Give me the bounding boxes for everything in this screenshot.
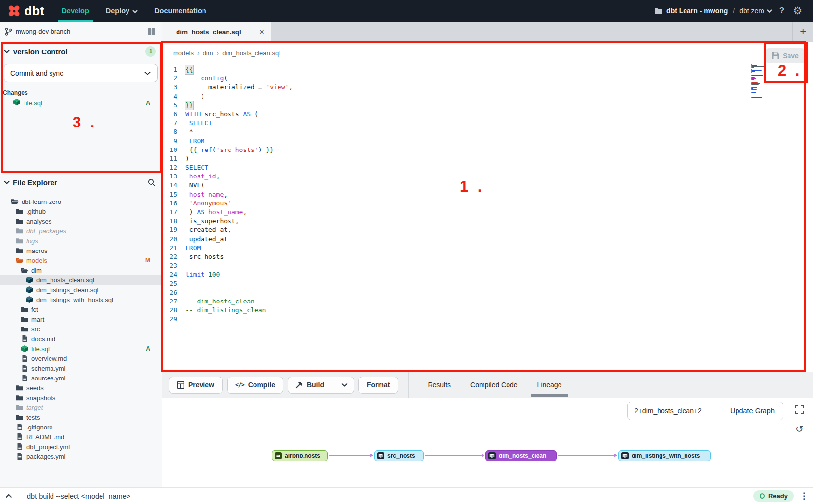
breadcrumb-dim[interactable]: dim: [203, 50, 213, 57]
tree-item-seeds[interactable]: seeds: [0, 383, 162, 393]
code-line-29[interactable]: 29: [162, 315, 793, 324]
editor-minimap[interactable]: [751, 64, 766, 99]
code-line-3[interactable]: 3 materialized = 'view',: [162, 83, 793, 92]
tree-item-macros[interactable]: macros: [0, 246, 162, 255]
code-line-25[interactable]: 25: [162, 279, 793, 288]
tree-item-dbt-packages[interactable]: dbt_packages: [0, 226, 162, 236]
tree-item--github[interactable]: .github: [0, 206, 162, 216]
tree-item-sources-yml[interactable]: sources.yml: [0, 373, 162, 383]
lineage-node-airbnb-hosts[interactable]: airbnb.hosts: [272, 450, 328, 461]
tree-item-dim[interactable]: dim: [0, 265, 162, 275]
code-line-21[interactable]: 21FROM: [162, 244, 793, 252]
lineage-node-src-hosts[interactable]: src_hosts: [374, 450, 424, 461]
lineage-node-dim-hosts-clean[interactable]: dim_hosts_clean: [485, 450, 557, 461]
code-line-9[interactable]: 9 FROM: [162, 137, 793, 146]
tree-item-fct[interactable]: fct: [0, 304, 162, 314]
nav-deploy[interactable]: Deploy: [98, 0, 146, 22]
build-options-caret[interactable]: [335, 377, 354, 393]
dbt-logo[interactable]: dbt: [0, 4, 53, 18]
changed-file-row[interactable]: file.sql A: [0, 98, 162, 108]
tree-item-target[interactable]: target: [0, 403, 162, 412]
code-line-15[interactable]: 15 host_name,: [162, 190, 793, 199]
new-tab-button[interactable]: +: [793, 25, 813, 38]
code-line-27[interactable]: 27-- dim_hosts_clean: [162, 297, 793, 306]
tree-item-snapshots[interactable]: snapshots: [0, 393, 162, 403]
tab-compiled-code[interactable]: Compiled Code: [460, 372, 528, 398]
tree-item-packages-yml[interactable]: packages.yml: [0, 452, 162, 461]
tree-item-readme-md[interactable]: README.md: [0, 432, 162, 442]
tab-lineage[interactable]: Lineage: [528, 372, 572, 398]
branch-name[interactable]: mwong-dev-branch: [16, 28, 70, 35]
tree-item-dim-listings-with-hosts-sql[interactable]: dim_listings_with_hosts.sql: [0, 295, 162, 304]
tree-item-overview-md[interactable]: overview.md: [0, 353, 162, 363]
dbt-logo-text: dbt: [25, 4, 44, 18]
code-line-4[interactable]: 4 ): [162, 92, 793, 101]
code-line-6[interactable]: 6WITH src_hosts AS (: [162, 110, 793, 119]
code-line-19[interactable]: 19 created_at,: [162, 226, 793, 234]
help-icon[interactable]: ?: [777, 6, 786, 16]
code-line-24[interactable]: 24limit 100: [162, 270, 793, 279]
tab-results[interactable]: Results: [418, 372, 460, 398]
tab-close-icon[interactable]: ×: [259, 28, 264, 36]
build-button[interactable]: Build: [288, 377, 354, 394]
split-view-icon[interactable]: [147, 28, 156, 35]
code-line-7[interactable]: 7 SELECT: [162, 119, 793, 127]
settings-gear-icon[interactable]: ⚙: [791, 5, 804, 17]
tree-item-src[interactable]: src: [0, 324, 162, 334]
code-line-14[interactable]: 14 NVL(: [162, 181, 793, 190]
kebab-menu-icon[interactable]: ⋮: [800, 492, 808, 500]
tree-item-file-sql[interactable]: file.sqlA: [0, 344, 162, 353]
tree-item--gitignore[interactable]: .gitignore: [0, 422, 162, 432]
tree-item-docs-md[interactable]: docs.md: [0, 334, 162, 344]
code-line-23[interactable]: 23: [162, 261, 793, 270]
compile-button[interactable]: </> Compile: [227, 377, 283, 394]
collapse-panel-icon[interactable]: [0, 494, 18, 498]
tree-item-logs[interactable]: logs: [0, 236, 162, 246]
tree-item-schema-yml[interactable]: schema.yml: [0, 363, 162, 373]
tree-item-dim-listings-clean-sql[interactable]: dim_listings_clean.sql: [0, 285, 162, 295]
tree-item-dim-hosts-clean-sql[interactable]: dim_hosts_clean.sql: [0, 275, 162, 285]
search-icon[interactable]: [148, 178, 156, 187]
lineage-node-dim-listings-with-hosts[interactable]: dim_listings_with_hosts: [618, 450, 711, 461]
project-selector[interactable]: dbt Learn - mwong / dbt zero: [655, 7, 772, 15]
save-button[interactable]: Save: [766, 48, 805, 63]
code-line-1[interactable]: 1{{: [162, 65, 793, 74]
file-explorer-title: File Explorer: [13, 178, 57, 187]
code-line-26[interactable]: 26: [162, 288, 793, 297]
code-line-28[interactable]: 28-- dim_listings_clean: [162, 306, 793, 315]
editor-tabstrip: dim_hosts_clean.sql × +: [162, 22, 813, 42]
code-line-8[interactable]: 8 *: [162, 127, 793, 136]
tree-item-models[interactable]: modelsM: [0, 255, 162, 265]
nav-documentation[interactable]: Documentation: [146, 0, 215, 22]
code-lines[interactable]: 1{{2 config(3 materialized = 'view',4 )5…: [162, 65, 793, 324]
code-line-16[interactable]: 16 'Anonymous': [162, 199, 793, 208]
tree-item-dbt-learn-zero[interactable]: dbt-learn-zero: [0, 197, 162, 206]
file-explorer-header[interactable]: File Explorer: [0, 173, 162, 192]
tab-dim-hosts-clean[interactable]: dim_hosts_clean.sql ×: [162, 22, 271, 42]
code-line-10[interactable]: 10 {{ ref('src_hosts') }}: [162, 146, 793, 154]
code-line-13[interactable]: 13 host_id,: [162, 172, 793, 181]
tree-item-dbt-project-yml[interactable]: dbt_project.yml: [0, 442, 162, 452]
dbt-command-input[interactable]: [18, 492, 747, 500]
tree-item-mart[interactable]: mart: [0, 314, 162, 324]
code-line-22[interactable]: 22 src_hosts: [162, 252, 793, 261]
tree-item-tests[interactable]: tests: [0, 412, 162, 422]
code-line-11[interactable]: 11): [162, 154, 793, 163]
commit-and-sync-button[interactable]: Commit and sync: [4, 64, 158, 82]
code-line-20[interactable]: 20 updated_at: [162, 235, 793, 244]
code-line-18[interactable]: 18 is_superhost,: [162, 217, 793, 226]
preview-button[interactable]: Preview: [169, 377, 223, 394]
nav-develop[interactable]: Develop: [53, 0, 97, 22]
breadcrumb-models[interactable]: models: [173, 50, 194, 57]
format-button[interactable]: Format: [358, 377, 398, 394]
tree-item-analyses[interactable]: analyses: [0, 216, 162, 226]
code-line-12[interactable]: 12SELECT: [162, 163, 793, 172]
breadcrumb-file[interactable]: dim_hosts_clean.sql: [222, 50, 280, 57]
commit-options-caret[interactable]: [137, 64, 157, 82]
version-control-header[interactable]: Version Control 1: [0, 42, 162, 61]
lineage-graph[interactable]: airbnb.hostssrc_hostsdim_hosts_cleandim_…: [162, 398, 813, 487]
code-line-17[interactable]: 17 ) AS host_name,: [162, 208, 793, 217]
code-line-2[interactable]: 2 config(: [162, 74, 793, 83]
code-line-5[interactable]: 5}}: [162, 101, 793, 110]
environment-name[interactable]: dbt zero: [739, 7, 772, 15]
